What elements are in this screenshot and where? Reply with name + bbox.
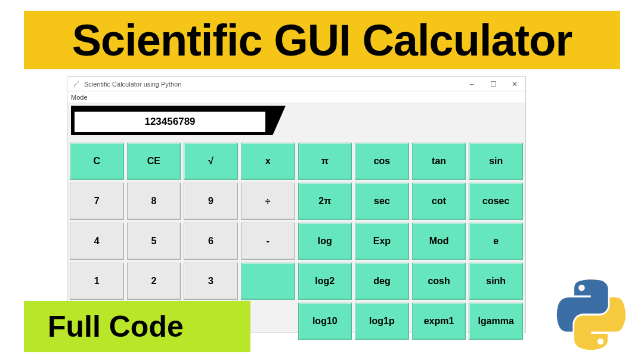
digit-2-button[interactable]: 2 [127,263,181,300]
exp-button[interactable]: Exp [355,223,409,260]
digit-5-button[interactable]: 5 [127,223,181,260]
cos-button[interactable]: cos [355,143,409,180]
e-button[interactable]: e [469,223,523,260]
divide-button[interactable]: ÷ [241,183,295,220]
sqrt-button[interactable]: √ [184,143,238,180]
minimize-button[interactable]: – [461,77,482,91]
subtract-button[interactable]: - [241,223,295,260]
menu-bar: Mode [67,91,525,103]
digit-3-button[interactable]: 3 [184,263,238,300]
window-titlebar: Scientific Calculator using Python – ☐ ✕ [67,77,525,91]
sin-button[interactable]: sin [469,143,523,180]
add-button[interactable] [241,263,295,300]
expm1-button[interactable]: expm1 [412,303,466,340]
sinh-button[interactable]: sinh [469,263,523,300]
cosh-button[interactable]: cosh [412,263,466,300]
tan-button[interactable]: tan [412,143,466,180]
log10-button[interactable]: log10 [298,303,352,340]
display-area: 123456789 [67,103,525,140]
calculator-window: Scientific Calculator using Python – ☐ ✕… [67,76,526,333]
menu-mode[interactable]: Mode [71,94,88,101]
title-banner: Scientific GUI Calculator [24,11,620,69]
log-button[interactable]: log [298,223,352,260]
clear-button[interactable]: C [70,143,124,180]
lgamma-button[interactable]: lgamma [469,303,523,340]
digit-6-button[interactable]: 6 [184,223,238,260]
digit-9-button[interactable]: 9 [184,183,238,220]
app-icon [71,79,82,90]
digit-1-button[interactable]: 1 [70,263,124,300]
digit-7-button[interactable]: 7 [70,183,124,220]
deg-button[interactable]: deg [355,263,409,300]
digit-8-button[interactable]: 8 [127,183,181,220]
mod-button[interactable]: Mod [412,223,466,260]
pi-button[interactable]: π [298,143,352,180]
cosec-button[interactable]: cosec [469,183,523,220]
footer-text: Full Code [48,309,184,344]
footer-label: Full Code [24,301,250,352]
multiply-button[interactable]: x [241,143,295,180]
log1p-button[interactable]: log1p [355,303,409,340]
close-button[interactable]: ✕ [504,77,525,91]
two-pi-button[interactable]: 2π [298,183,352,220]
digit-4-button[interactable]: 4 [70,223,124,260]
maximize-button[interactable]: ☐ [482,77,504,91]
page-title: Scientific GUI Calculator [72,15,572,66]
display-value[interactable]: 123456789 [75,112,265,132]
python-logo-icon [556,279,626,350]
window-title: Scientific Calculator using Python [84,81,181,88]
log2-button[interactable]: log2 [298,263,352,300]
clear-entry-button[interactable]: CE [127,143,181,180]
sec-button[interactable]: sec [355,183,409,220]
cot-button[interactable]: cot [412,183,466,220]
